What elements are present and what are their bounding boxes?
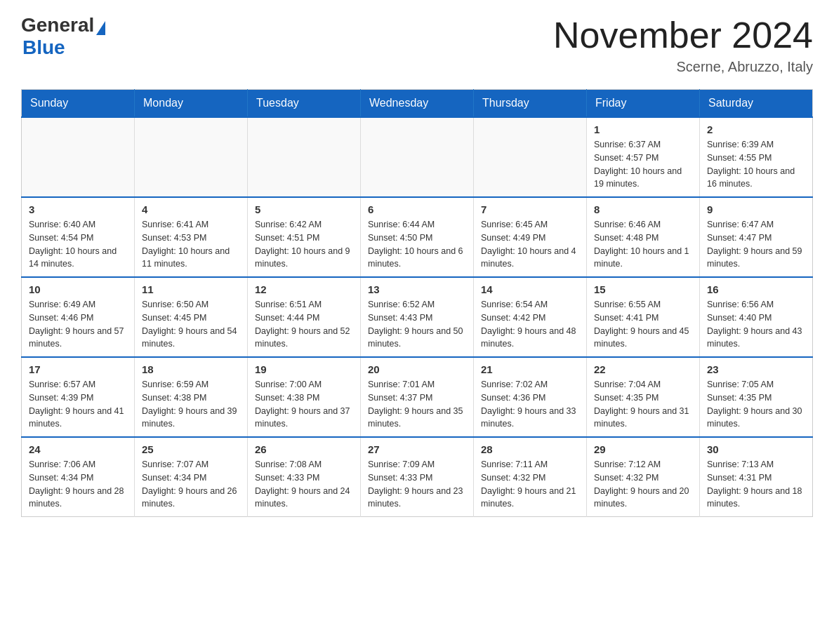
day-number: 21	[481, 363, 579, 375]
day-number: 11	[142, 283, 240, 295]
day-number: 29	[594, 443, 692, 455]
day-info: Sunrise: 6:37 AMSunset: 4:57 PMDaylight:…	[594, 138, 692, 191]
day-info: Sunrise: 6:45 AMSunset: 4:49 PMDaylight:…	[481, 218, 579, 271]
calendar-day-cell: 15Sunrise: 6:55 AMSunset: 4:41 PMDayligh…	[587, 277, 700, 357]
calendar-day-cell: 4Sunrise: 6:41 AMSunset: 4:53 PMDaylight…	[135, 197, 248, 277]
day-info: Sunrise: 6:46 AMSunset: 4:48 PMDaylight:…	[594, 218, 692, 271]
day-number: 10	[29, 283, 127, 295]
calendar-day-cell: 8Sunrise: 6:46 AMSunset: 4:48 PMDaylight…	[587, 197, 700, 277]
calendar-day-cell: 25Sunrise: 7:07 AMSunset: 4:34 PMDayligh…	[135, 437, 248, 517]
day-number: 24	[29, 443, 127, 455]
day-info: Sunrise: 7:00 AMSunset: 4:38 PMDaylight:…	[255, 378, 353, 431]
day-info: Sunrise: 6:52 AMSunset: 4:43 PMDaylight:…	[368, 298, 466, 351]
day-info: Sunrise: 6:57 AMSunset: 4:39 PMDaylight:…	[29, 378, 127, 431]
day-info: Sunrise: 6:49 AMSunset: 4:46 PMDaylight:…	[29, 298, 127, 351]
calendar-day-cell: 12Sunrise: 6:51 AMSunset: 4:44 PMDayligh…	[248, 277, 361, 357]
day-info: Sunrise: 7:12 AMSunset: 4:32 PMDaylight:…	[594, 458, 692, 511]
day-number: 13	[368, 283, 466, 295]
day-number: 22	[594, 363, 692, 375]
calendar-day-cell: 17Sunrise: 6:57 AMSunset: 4:39 PMDayligh…	[22, 357, 135, 437]
day-info: Sunrise: 7:09 AMSunset: 4:33 PMDaylight:…	[368, 458, 466, 511]
calendar-day-cell: 20Sunrise: 7:01 AMSunset: 4:37 PMDayligh…	[361, 357, 474, 437]
day-info: Sunrise: 7:05 AMSunset: 4:35 PMDaylight:…	[707, 378, 805, 431]
calendar-week-row: 24Sunrise: 7:06 AMSunset: 4:34 PMDayligh…	[22, 437, 813, 517]
day-info: Sunrise: 6:56 AMSunset: 4:40 PMDaylight:…	[707, 298, 805, 351]
day-number: 4	[142, 203, 240, 215]
day-number: 9	[707, 203, 805, 215]
day-info: Sunrise: 6:59 AMSunset: 4:38 PMDaylight:…	[142, 378, 240, 431]
calendar-weekday-friday: Friday	[587, 90, 700, 118]
day-info: Sunrise: 7:07 AMSunset: 4:34 PMDaylight:…	[142, 458, 240, 511]
calendar-day-cell: 21Sunrise: 7:02 AMSunset: 4:36 PMDayligh…	[474, 357, 587, 437]
day-info: Sunrise: 7:13 AMSunset: 4:31 PMDaylight:…	[707, 458, 805, 511]
calendar-week-row: 17Sunrise: 6:57 AMSunset: 4:39 PMDayligh…	[22, 357, 813, 437]
day-info: Sunrise: 7:11 AMSunset: 4:32 PMDaylight:…	[481, 458, 579, 511]
day-number: 18	[142, 363, 240, 375]
day-number: 5	[255, 203, 353, 215]
day-number: 19	[255, 363, 353, 375]
day-info: Sunrise: 7:04 AMSunset: 4:35 PMDaylight:…	[594, 378, 692, 431]
calendar-day-cell: 26Sunrise: 7:08 AMSunset: 4:33 PMDayligh…	[248, 437, 361, 517]
logo-icon	[96, 21, 105, 35]
calendar-day-cell: 28Sunrise: 7:11 AMSunset: 4:32 PMDayligh…	[474, 437, 587, 517]
calendar-day-cell: 14Sunrise: 6:54 AMSunset: 4:42 PMDayligh…	[474, 277, 587, 357]
calendar-day-cell: 27Sunrise: 7:09 AMSunset: 4:33 PMDayligh…	[361, 437, 474, 517]
day-info: Sunrise: 6:54 AMSunset: 4:42 PMDaylight:…	[481, 298, 579, 351]
calendar-week-row: 1Sunrise: 6:37 AMSunset: 4:57 PMDaylight…	[22, 117, 813, 197]
calendar-week-row: 3Sunrise: 6:40 AMSunset: 4:54 PMDaylight…	[22, 197, 813, 277]
calendar-day-cell: 2Sunrise: 6:39 AMSunset: 4:55 PMDaylight…	[700, 117, 813, 197]
calendar-day-cell: 16Sunrise: 6:56 AMSunset: 4:40 PMDayligh…	[700, 277, 813, 357]
calendar-day-cell: 30Sunrise: 7:13 AMSunset: 4:31 PMDayligh…	[700, 437, 813, 517]
calendar-day-cell: 11Sunrise: 6:50 AMSunset: 4:45 PMDayligh…	[135, 277, 248, 357]
day-info: Sunrise: 7:08 AMSunset: 4:33 PMDaylight:…	[255, 458, 353, 511]
day-info: Sunrise: 6:40 AMSunset: 4:54 PMDaylight:…	[29, 218, 127, 271]
page-header: General Blue November 2024 Scerne, Abruz…	[21, 14, 813, 75]
calendar-day-cell: 18Sunrise: 6:59 AMSunset: 4:38 PMDayligh…	[135, 357, 248, 437]
calendar-weekday-thursday: Thursday	[474, 90, 587, 118]
day-number: 8	[594, 203, 692, 215]
logo: General Blue	[21, 14, 105, 59]
calendar-day-cell	[248, 117, 361, 197]
title-section: November 2024 Scerne, Abruzzo, Italy	[553, 14, 813, 75]
day-info: Sunrise: 6:42 AMSunset: 4:51 PMDaylight:…	[255, 218, 353, 271]
calendar-day-cell: 1Sunrise: 6:37 AMSunset: 4:57 PMDaylight…	[587, 117, 700, 197]
calendar-day-cell: 19Sunrise: 7:00 AMSunset: 4:38 PMDayligh…	[248, 357, 361, 437]
day-info: Sunrise: 6:41 AMSunset: 4:53 PMDaylight:…	[142, 218, 240, 271]
calendar-weekday-monday: Monday	[135, 90, 248, 118]
calendar-day-cell: 5Sunrise: 6:42 AMSunset: 4:51 PMDaylight…	[248, 197, 361, 277]
day-number: 14	[481, 283, 579, 295]
day-info: Sunrise: 7:06 AMSunset: 4:34 PMDaylight:…	[29, 458, 127, 511]
calendar-table: SundayMondayTuesdayWednesdayThursdayFrid…	[21, 89, 813, 517]
day-number: 23	[707, 363, 805, 375]
calendar-day-cell: 29Sunrise: 7:12 AMSunset: 4:32 PMDayligh…	[587, 437, 700, 517]
calendar-day-cell: 13Sunrise: 6:52 AMSunset: 4:43 PMDayligh…	[361, 277, 474, 357]
logo-blue-text: Blue	[22, 36, 65, 58]
day-number: 28	[481, 443, 579, 455]
calendar-weekday-sunday: Sunday	[22, 90, 135, 118]
day-number: 6	[368, 203, 466, 215]
day-number: 15	[594, 283, 692, 295]
day-number: 12	[255, 283, 353, 295]
calendar-weekday-wednesday: Wednesday	[361, 90, 474, 118]
day-info: Sunrise: 7:02 AMSunset: 4:36 PMDaylight:…	[481, 378, 579, 431]
day-info: Sunrise: 6:55 AMSunset: 4:41 PMDaylight:…	[594, 298, 692, 351]
day-number: 3	[29, 203, 127, 215]
calendar-day-cell: 6Sunrise: 6:44 AMSunset: 4:50 PMDaylight…	[361, 197, 474, 277]
calendar-weekday-tuesday: Tuesday	[248, 90, 361, 118]
calendar-day-cell: 10Sunrise: 6:49 AMSunset: 4:46 PMDayligh…	[22, 277, 135, 357]
day-info: Sunrise: 6:47 AMSunset: 4:47 PMDaylight:…	[707, 218, 805, 271]
calendar-day-cell: 24Sunrise: 7:06 AMSunset: 4:34 PMDayligh…	[22, 437, 135, 517]
day-info: Sunrise: 6:50 AMSunset: 4:45 PMDaylight:…	[142, 298, 240, 351]
day-number: 27	[368, 443, 466, 455]
day-number: 7	[481, 203, 579, 215]
day-info: Sunrise: 6:39 AMSunset: 4:55 PMDaylight:…	[707, 138, 805, 191]
calendar-day-cell: 9Sunrise: 6:47 AMSunset: 4:47 PMDaylight…	[700, 197, 813, 277]
calendar-day-cell	[361, 117, 474, 197]
calendar-day-cell: 3Sunrise: 6:40 AMSunset: 4:54 PMDaylight…	[22, 197, 135, 277]
day-info: Sunrise: 6:44 AMSunset: 4:50 PMDaylight:…	[368, 218, 466, 271]
logo-general-text: General	[21, 14, 94, 36]
day-number: 16	[707, 283, 805, 295]
calendar-day-cell	[474, 117, 587, 197]
calendar-day-cell: 23Sunrise: 7:05 AMSunset: 4:35 PMDayligh…	[700, 357, 813, 437]
calendar-day-cell	[135, 117, 248, 197]
